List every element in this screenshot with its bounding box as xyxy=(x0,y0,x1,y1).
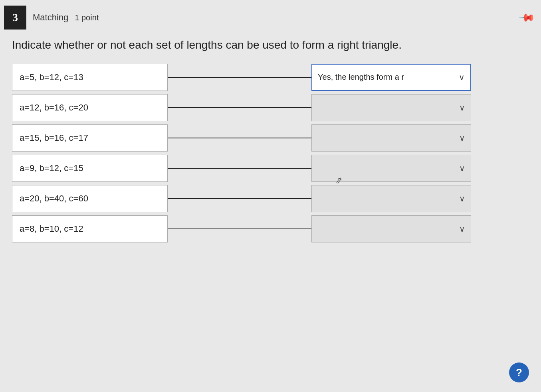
dropdown-row2[interactable]: ∨ xyxy=(311,94,471,121)
connector-line-row3 xyxy=(168,138,311,138)
question-points: 1 point xyxy=(75,13,99,22)
match-row: a=12, b=16, c=20 ∨ xyxy=(12,94,529,121)
dropdown-arrow-row3[interactable]: ∨ xyxy=(459,133,465,143)
pin-icon: 📌 xyxy=(518,9,536,27)
match-row: a=5, b=12, c=13 Yes, the lengths form a … xyxy=(12,64,529,91)
question-type: Matching xyxy=(33,12,68,23)
left-label-row6: a=8, b=10, c=12 xyxy=(12,215,168,242)
left-label-row5: a=20, b=40, c=60 xyxy=(12,185,168,212)
question-text: Indicate whether or not each set of leng… xyxy=(0,33,541,64)
match-row: a=15, b=16, c=17 ∨ xyxy=(12,124,529,152)
question-header: 3 Matching 1 point 📌 xyxy=(0,0,541,33)
dropdown-row4[interactable]: ∨ xyxy=(311,155,471,182)
left-label-row1: a=5, b=12, c=13 xyxy=(12,64,168,91)
left-label-row2: a=12, b=16, c=20 xyxy=(12,94,168,121)
connector-line-row1 xyxy=(168,77,311,78)
match-row: a=9, b=12, c=15 ∨ xyxy=(12,155,529,182)
dropdown-row3[interactable]: ∨ xyxy=(311,124,471,152)
connector-line-row2 xyxy=(168,107,311,108)
dropdown-arrow-row5[interactable]: ∨ xyxy=(459,194,465,203)
dropdown-row1[interactable]: Yes, the lengths form a r ∨ xyxy=(311,64,471,91)
matching-area: a=5, b=12, c=13 Yes, the lengths form a … xyxy=(0,64,541,270)
dropdown-row6[interactable]: ∨ xyxy=(311,215,471,242)
main-container: 3 Matching 1 point 📌 Indicate whether or… xyxy=(0,0,541,392)
left-label-row3: a=15, b=16, c=17 xyxy=(12,124,168,152)
connector-line-row4 xyxy=(168,168,311,169)
question-number: 3 xyxy=(4,6,26,30)
match-row: a=20, b=40, c=60 ∨ xyxy=(12,185,529,212)
help-button[interactable]: ? xyxy=(509,362,529,382)
dropdown-text-row1: Yes, the lengths form a r xyxy=(318,73,456,82)
dropdown-arrow-row2[interactable]: ∨ xyxy=(459,103,465,112)
dropdown-arrow-row6[interactable]: ∨ xyxy=(459,224,465,234)
dropdown-arrow-row1[interactable]: ∨ xyxy=(459,73,465,82)
match-row: a=8, b=10, c=12 ∨ xyxy=(12,215,529,242)
connector-line-row5 xyxy=(168,198,311,199)
connector-line-row6 xyxy=(168,229,311,229)
left-label-row4: a=9, b=12, c=15 xyxy=(12,155,168,182)
dropdown-row5[interactable]: ∨ xyxy=(311,185,471,212)
dropdown-arrow-row4[interactable]: ∨ xyxy=(459,163,465,173)
